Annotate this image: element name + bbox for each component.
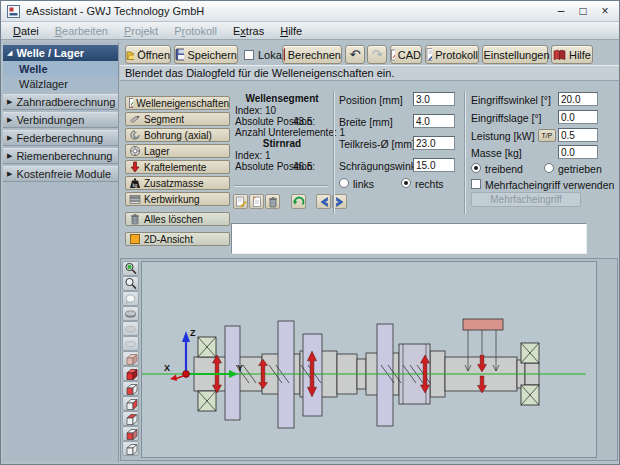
maximize-button[interactable]: □ bbox=[575, 4, 591, 18]
getrieben-radio[interactable] bbox=[544, 163, 554, 173]
red-cube-icon bbox=[124, 367, 138, 381]
kerbwirkung-button[interactable]: Kerbwirkung bbox=[125, 192, 230, 206]
zusatzmasse-button[interactable]: kg Zusatzmasse bbox=[125, 176, 230, 190]
view-solid-button[interactable] bbox=[122, 366, 139, 381]
segment-button[interactable]: Segment bbox=[125, 112, 230, 126]
position-input[interactable] bbox=[413, 92, 455, 106]
position-label: Position [mm] bbox=[339, 94, 403, 106]
local-checkbox[interactable] bbox=[244, 50, 254, 60]
sidebar-group-zahnradberechnung[interactable]: ▶ Zahnradberechnung bbox=[3, 94, 118, 110]
links-radio[interactable] bbox=[339, 178, 349, 188]
menu-extras[interactable]: Extras bbox=[225, 25, 272, 37]
settings-button[interactable]: Einstellungen bbox=[482, 45, 548, 64]
calculate-button[interactable]: Berechnen bbox=[282, 45, 342, 64]
tool-label: Kerbwirkung bbox=[144, 194, 200, 205]
shaft-canvas[interactable]: Z Y X bbox=[141, 261, 597, 458]
tp-toggle-button[interactable]: T/P bbox=[538, 129, 556, 142]
2d-ansicht-button[interactable]: 2D-Ansicht bbox=[125, 232, 230, 246]
z-axis-arrow bbox=[182, 331, 190, 342]
view-bottom-button[interactable] bbox=[122, 441, 139, 456]
pan-button[interactable] bbox=[122, 291, 139, 306]
breite-label: Breite [mm] bbox=[339, 116, 393, 128]
app-window: eAssistant - GWJ Technology GmbH – □ × D… bbox=[0, 0, 620, 465]
zoom-in-button[interactable] bbox=[122, 261, 139, 276]
sidebar-group-welle-lager[interactable]: ◢ Welle / Lager bbox=[3, 45, 118, 61]
shaft-2d-drawing: Z Y X bbox=[142, 262, 596, 457]
welleneigenschaften-button[interactable]: Welleneigenschaften bbox=[125, 96, 230, 110]
menu-hilfe[interactable]: Hilfe bbox=[272, 25, 310, 37]
protocol-button[interactable]: Protokoll bbox=[425, 45, 479, 64]
view-back-button[interactable] bbox=[122, 426, 139, 441]
paste-element-button[interactable] bbox=[249, 194, 264, 209]
lager-button[interactable]: Lager bbox=[125, 144, 230, 158]
title-bar: eAssistant - GWJ Technology GmbH – □ × bbox=[1, 1, 619, 22]
protocol-document-icon bbox=[426, 48, 432, 61]
protocol-label: Protokoll bbox=[435, 49, 478, 61]
menu-protokoll: Protokoll bbox=[166, 25, 225, 37]
bohrung-axial-button[interactable]: Bohrung (axial) bbox=[125, 128, 230, 142]
schraegungswinkel-input[interactable] bbox=[413, 158, 455, 172]
zoom-out-button[interactable] bbox=[122, 276, 139, 291]
minimize-button[interactable]: – bbox=[553, 4, 569, 18]
sidebar-group-federberechnung[interactable]: ▶ Federberechnung bbox=[3, 130, 118, 146]
view-front-button[interactable] bbox=[122, 381, 139, 396]
leistung-input[interactable] bbox=[558, 128, 598, 142]
view-iso-button[interactable] bbox=[122, 351, 139, 366]
eingriffslage-input[interactable] bbox=[558, 110, 598, 124]
prev-element-button[interactable] bbox=[316, 194, 331, 209]
eingriffswinkel-input[interactable] bbox=[558, 92, 598, 106]
pan-hand-icon bbox=[124, 292, 137, 305]
leistung-label: Leistung [kW] bbox=[471, 130, 535, 142]
sidebar-group-kostenfreie-module[interactable]: ▶ Kostenfreie Module bbox=[3, 166, 118, 182]
save-button[interactable]: Speichern bbox=[174, 45, 238, 64]
subelement-title: Stirnrad bbox=[233, 138, 331, 149]
copy-element-button[interactable] bbox=[233, 194, 248, 209]
sidebar-group-riemenberechnung[interactable]: ▶ Riemenberechnung bbox=[3, 148, 118, 164]
menu-projekt: Projekt bbox=[116, 25, 166, 37]
open-button[interactable]: Öffnen bbox=[125, 45, 171, 64]
menu-datei[interactable]: Datei bbox=[5, 25, 47, 37]
breite-input[interactable] bbox=[413, 114, 455, 128]
cad-label: CAD bbox=[398, 49, 421, 61]
force-arrow-icon bbox=[129, 161, 141, 173]
cad-button[interactable]: CAD bbox=[390, 45, 422, 64]
mehrfacheingriff-button: Mehrfacheingriff bbox=[471, 192, 581, 207]
help-button[interactable]: Hilfe bbox=[551, 45, 593, 64]
origin-point bbox=[183, 371, 190, 378]
message-box bbox=[231, 223, 587, 254]
menu-bearbeiten: Bearbeiten bbox=[47, 25, 116, 37]
undo-button[interactable]: ↶ bbox=[345, 45, 365, 64]
sidebar-item-welle[interactable]: Welle bbox=[3, 61, 118, 76]
masse-input[interactable] bbox=[558, 145, 598, 159]
tool-label: Alles löschen bbox=[144, 214, 203, 225]
teilkreis-label: Teilkreis-Ø [mm] bbox=[339, 138, 415, 150]
sidebar-item-label: Wälzlager bbox=[19, 78, 68, 90]
alles-loeschen-button[interactable]: Alles löschen bbox=[125, 212, 230, 226]
close-button[interactable]: × bbox=[597, 4, 613, 18]
sidebar-group-label: Welle / Lager bbox=[16, 47, 84, 59]
next-element-button[interactable] bbox=[332, 194, 347, 209]
copy-icon bbox=[235, 196, 247, 208]
tool-label: Zusatzmasse bbox=[144, 178, 203, 189]
view-top-button[interactable] bbox=[122, 411, 139, 426]
delete-element-button[interactable] bbox=[265, 194, 280, 209]
treibend-radio[interactable] bbox=[471, 163, 481, 173]
rechts-radio[interactable] bbox=[401, 178, 411, 188]
app-icon bbox=[7, 5, 20, 18]
teilkreis-input[interactable] bbox=[413, 136, 455, 150]
revert-button[interactable] bbox=[291, 194, 306, 209]
mehrfacheingriff-checkbox[interactable] bbox=[471, 179, 481, 189]
view-side-button[interactable] bbox=[122, 396, 139, 411]
links-label: links bbox=[353, 178, 374, 190]
view-disk-button[interactable] bbox=[122, 306, 139, 321]
rechts-label: rechts bbox=[415, 178, 444, 190]
subelement-index: Index: 1 bbox=[235, 150, 271, 161]
tool-label: 2D-Ansicht bbox=[144, 234, 193, 245]
sidebar-group-verbindungen[interactable]: ▶ Verbindungen bbox=[3, 112, 118, 128]
disk-view-icon bbox=[124, 307, 137, 320]
kraftelemente-button[interactable]: Kraftelemente bbox=[125, 160, 230, 174]
mehrfacheingriff-checkbox-label: Mehrfacheingriff verwenden bbox=[485, 179, 614, 191]
collapsed-triangle-icon: ▶ bbox=[7, 134, 12, 142]
settings-label: Einstellungen bbox=[483, 49, 549, 61]
sidebar-item-waelzlager[interactable]: Wälzlager bbox=[3, 76, 118, 91]
